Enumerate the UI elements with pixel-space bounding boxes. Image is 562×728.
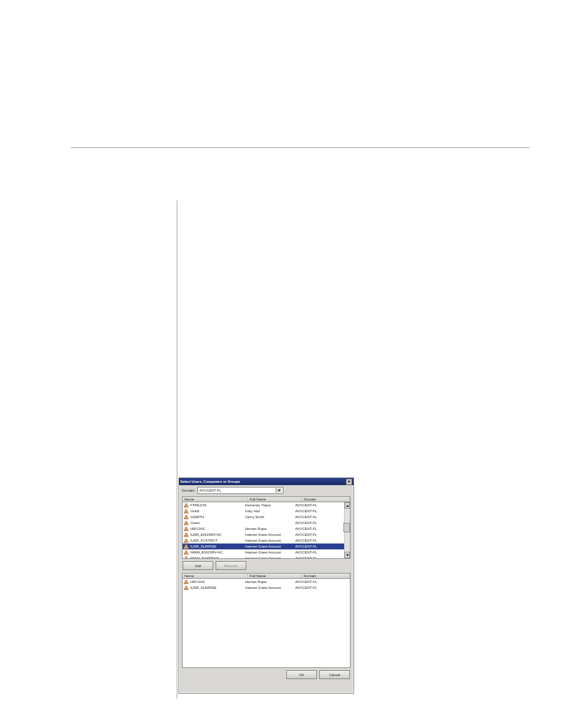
row-domain: AVOCENT-FL	[295, 539, 349, 542]
svg-marker-2	[346, 554, 349, 556]
row-name: GHoll	[190, 509, 199, 513]
list-item[interactable]: IUSR_SUNRISEInternet Guest AccountAVOCEN…	[183, 585, 350, 591]
row-domain: AVOCENT-FL	[295, 556, 349, 559]
cancel-button[interactable]: Cancel	[319, 670, 350, 679]
row-fullname: Ginny Smith	[245, 515, 295, 519]
row-name: FTREJOS	[190, 503, 206, 507]
chevron-down-icon	[276, 488, 282, 493]
user-icon	[184, 503, 189, 508]
user-icon	[184, 579, 189, 584]
domain-label: Domain:	[182, 489, 195, 492]
scroll-up-icon[interactable]	[345, 502, 350, 509]
scrollbar[interactable]	[344, 502, 350, 558]
list-item[interactable]: IUSR_FOXTROTInternet Guest AccountAVOCEN…	[183, 538, 350, 543]
ok-button[interactable]: OK	[286, 670, 317, 679]
list-item[interactable]: HROJASHernan RojasAVOCENT-FL	[183, 526, 350, 532]
cancel-button-label: Cancel	[329, 673, 340, 677]
row-name: Guest	[190, 521, 200, 525]
domain-value: AVOCENT-FL	[199, 489, 221, 492]
svg-marker-1	[346, 505, 349, 507]
list-item[interactable]: GSMITHGinny SmithAVOCENT-FL	[183, 514, 350, 520]
user-icon	[184, 509, 189, 513]
list-item[interactable]: IUSR_ENGSRV-NCInternet Guest AccountAVOC…	[183, 532, 350, 538]
row-fullname: Hernan Rojas	[245, 527, 295, 531]
row-domain: AVOCENT-FL	[295, 586, 349, 589]
add-button-label: Add	[195, 564, 201, 568]
col-full[interactable]: Full Name	[248, 497, 302, 502]
selected-list[interactable]: HROJASHernan RojasAVOCENT-FLIUSR_SUNRISE…	[182, 579, 351, 668]
dialog-title: Select Users, Computers or Groups	[180, 480, 240, 483]
user-icon	[184, 585, 189, 590]
row-domain: AVOCENT-FL	[295, 545, 349, 548]
row-domain: AVOCENT-FL	[295, 521, 349, 525]
user-icon	[184, 532, 189, 537]
dialog-title-bar: Select Users, Computers or Groups ✕	[179, 478, 353, 485]
user-icon	[184, 521, 189, 525]
col-domain-2[interactable]: Domain	[302, 574, 350, 578]
list-item[interactable]: HROJASHernan RojasAVOCENT-FL	[183, 579, 350, 585]
col-domain[interactable]: Domain	[302, 497, 350, 502]
row-domain: AVOCENT-FL	[295, 533, 349, 536]
row-name: IUSR_SUNRISE	[190, 545, 216, 548]
domain-row: Domain: AVOCENT-FL	[179, 485, 353, 495]
row-fullname: Internet Guest Account	[245, 533, 295, 536]
user-icon	[184, 538, 189, 543]
row-domain: AVOCENT-FL	[295, 527, 349, 531]
close-icon: ✕	[348, 480, 351, 483]
domain-select[interactable]: AVOCENT-FL	[197, 487, 283, 494]
list-item[interactable]: IUSR_SUNRISEInternet Guest AccountAVOCEN…	[183, 543, 350, 549]
selected-list-header: Name Full Name Domain	[182, 573, 351, 579]
row-name: IUSR_ENGSRV-NC	[190, 533, 222, 536]
user-icon	[184, 515, 189, 519]
scroll-down-icon[interactable]	[345, 552, 350, 558]
row-domain: AVOCENT-FL	[295, 515, 349, 519]
row-fullname: Hernan Rojas	[245, 580, 295, 584]
list-item[interactable]: GuestAVOCENT-FL	[183, 520, 350, 526]
ok-button-label: OK	[299, 673, 305, 677]
col-name-2[interactable]: Name	[183, 574, 248, 578]
list-item[interactable]: IWAM_ENGSRV-NCInternet Guest AccountAVOC…	[183, 549, 350, 555]
add-button[interactable]: Add	[183, 561, 213, 570]
close-button[interactable]: ✕	[346, 479, 352, 485]
page-header-rule	[71, 147, 530, 148]
row-name: HROJAS	[190, 527, 204, 531]
row-name: HROJAS	[190, 580, 204, 584]
list-item[interactable]: FTREJOSFernando TrejosAVOCENT-FL	[183, 502, 350, 508]
row-fullname: Internet Guest Account	[245, 551, 295, 554]
row-name: GSMITH	[190, 515, 204, 519]
add-remove-row: Add Remove	[179, 559, 353, 572]
list-item[interactable]: IWAM_FOXTROTInternet Guest AccountAVOCEN…	[183, 555, 350, 559]
row-fullname: Internet Guest Account	[245, 586, 295, 589]
row-fullname: Internet Guest Account	[245, 545, 295, 548]
scroll-thumb[interactable]	[343, 523, 350, 532]
user-icon	[184, 556, 189, 559]
remove-button[interactable]: Remove	[216, 561, 246, 570]
page-vertical-rule	[177, 200, 177, 699]
row-name: IWAM_FOXTROT	[190, 556, 219, 559]
row-name: IWAM_ENGSRV-NC	[190, 551, 223, 554]
col-name[interactable]: Name	[183, 497, 248, 502]
row-domain: AVOCENT-FL	[295, 509, 349, 513]
list-item[interactable]: GHollGary HollAVOCENT-FL	[183, 508, 350, 514]
remove-button-label: Remove	[224, 564, 237, 568]
select-users-dialog: Select Users, Computers or Groups ✕ Doma…	[178, 477, 354, 694]
row-name: IUSR_FOXTROT	[190, 539, 217, 542]
row-domain: AVOCENT-FL	[295, 503, 349, 507]
row-fullname: Gary Holl	[245, 509, 295, 513]
row-name: IUSR_SUNRISE	[190, 586, 216, 589]
row-fullname: Internet Guest Account	[245, 539, 295, 542]
user-icon	[184, 550, 189, 555]
row-domain: AVOCENT-FL	[295, 551, 349, 554]
row-fullname: Fernando Trejos	[245, 503, 295, 507]
row-fullname: Internet Guest Account	[245, 556, 295, 559]
user-icon	[184, 544, 189, 549]
available-list-header: Name Full Name Domain	[182, 496, 351, 502]
svg-marker-0	[277, 490, 280, 492]
col-full-2[interactable]: Full Name	[248, 574, 302, 578]
user-icon	[184, 526, 189, 531]
available-list[interactable]: FTREJOSFernando TrejosAVOCENT-FLGHollGar…	[182, 502, 351, 559]
dialog-bottom-buttons: OK Cancel	[179, 668, 353, 682]
row-domain: AVOCENT-FL	[295, 580, 349, 584]
